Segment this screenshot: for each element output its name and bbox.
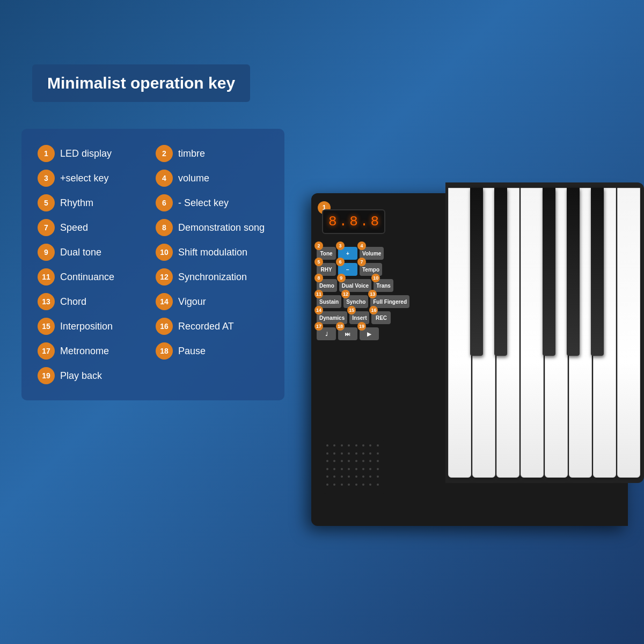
piano-button[interactable]: 16REC [371, 311, 391, 324]
speaker-dot [369, 460, 371, 462]
legend-item: 13 Chord [38, 293, 150, 310]
legend-item: 4 volume [156, 170, 268, 187]
legend-badge: 6 [156, 194, 173, 211]
piano-button[interactable]: 18⏭ [338, 327, 357, 340]
speaker-dot [348, 475, 350, 478]
black-key[interactable] [591, 188, 604, 356]
piano-container: 1 8 . 8 . 8 2Tone3+4Volume5RHY6−7Tempo8D… [311, 161, 644, 537]
legend-label: volume [178, 173, 209, 184]
legend-label: Vigour [178, 296, 206, 308]
legend-label: timbre [178, 148, 205, 159]
legend-badge: 13 [38, 293, 55, 310]
legend-label: Demonstration song [178, 222, 265, 233]
piano-button-row: 17♩18⏭19▶ [317, 327, 409, 340]
speaker [322, 440, 386, 494]
black-key[interactable] [494, 188, 508, 356]
speaker-dot [326, 460, 328, 462]
led-display: 8 . 8 . 8 [322, 209, 385, 234]
legend-badge: 14 [156, 293, 173, 310]
black-key[interactable] [543, 188, 556, 356]
speaker-dot [369, 444, 371, 447]
legend-item: 1 LED display [38, 145, 150, 162]
legend-badge: 1 [38, 145, 55, 162]
speaker-dot [377, 484, 379, 486]
legend-item: 10 Shift modulation [156, 244, 268, 261]
piano-button[interactable]: 19▶ [360, 327, 379, 340]
legend-box: 1 LED display 2 timbre 3 +select key 4 v… [21, 129, 284, 400]
piano-button[interactable]: 14Dynamics [317, 311, 347, 324]
speaker-dot [348, 452, 350, 455]
legend-badge: 18 [156, 342, 173, 360]
speaker-dot [333, 484, 335, 486]
speaker-dot [326, 468, 328, 470]
legend-badge: 10 [156, 244, 173, 261]
legend-label: Synchronization [178, 272, 247, 283]
speaker-dot [377, 444, 379, 447]
legend-badge: 3 [38, 170, 55, 187]
speaker-dot [333, 468, 335, 470]
piano-button[interactable]: 7Tempo [360, 263, 382, 276]
legend-item: 5 Rhythm [38, 194, 150, 211]
speaker-dot [341, 460, 343, 462]
piano-button[interactable]: 13Full Fingered [370, 295, 409, 308]
white-key[interactable] [617, 188, 640, 478]
legend-item: 14 Vigour [156, 293, 268, 310]
black-key[interactable] [567, 188, 580, 356]
legend-item: 18 Pause [156, 342, 268, 360]
speaker-dot [377, 452, 379, 455]
legend-label: Play back [60, 370, 102, 382]
legend-badge: 17 [38, 342, 55, 360]
piano-button[interactable]: 10Trans [374, 279, 393, 292]
speaker-dot [348, 444, 350, 447]
legend-item: 9 Dual tone [38, 244, 150, 261]
speaker-dot [355, 444, 357, 447]
led-digit-1: 8 [328, 214, 337, 230]
white-key[interactable] [521, 188, 544, 478]
speaker-dot [333, 452, 335, 455]
legend-item: 17 Metronome [38, 342, 150, 360]
legend-label: Rhythm [60, 197, 93, 209]
legend-item: 16 Recorded AT [156, 318, 268, 335]
legend-item: 3 +select key [38, 170, 150, 187]
piano-button[interactable]: 12Syncho [343, 295, 368, 308]
legend-label: Speed [60, 222, 88, 233]
speaker-dot [326, 484, 328, 486]
speaker-dot [355, 475, 357, 478]
speaker-dot [326, 452, 328, 455]
speaker-dot [362, 468, 364, 470]
legend-label: Shift modulation [178, 247, 247, 258]
legend-badge: 7 [38, 219, 55, 236]
speaker-dot [348, 460, 350, 462]
legend-label: Pause [178, 346, 206, 357]
speaker-dot [369, 484, 371, 486]
speaker-dot [369, 452, 371, 455]
black-key[interactable] [470, 188, 484, 356]
led-digit-5: 8 [370, 214, 379, 230]
piano-button-row: 5RHY6−7Tempo [317, 263, 409, 276]
speaker-dot [369, 475, 371, 478]
speaker-dot [341, 475, 343, 478]
speaker-dot [341, 452, 343, 455]
legend-item: 2 timbre [156, 145, 268, 162]
button-rows: 2Tone3+4Volume5RHY6−7Tempo8Demo9Dual Voi… [317, 247, 409, 340]
piano-button-row: 8Demo9Dual Voice10Trans [317, 279, 409, 292]
legend-label: - Select key [178, 197, 229, 209]
speaker-dot [362, 444, 364, 447]
speaker-dot [355, 468, 357, 470]
speaker-dot [355, 460, 357, 462]
keys-area [445, 182, 644, 483]
legend-badge: 16 [156, 318, 173, 335]
speaker-dot [326, 475, 328, 478]
legend-label: Chord [60, 296, 86, 308]
legend-badge: 8 [156, 219, 173, 236]
legend-badge: 4 [156, 170, 173, 187]
white-key[interactable] [448, 188, 471, 478]
legend-label: Continuance [60, 272, 114, 283]
legend-item: 19 Play back [38, 367, 150, 384]
led-digit-2: . [339, 214, 348, 230]
piano-button[interactable]: 17♩ [317, 327, 336, 340]
title-box: Minimalist operation key [32, 64, 250, 102]
legend-item: 7 Speed [38, 219, 150, 236]
legend-badge: 11 [38, 268, 55, 286]
legend-grid: 1 LED display 2 timbre 3 +select key 4 v… [38, 145, 268, 384]
